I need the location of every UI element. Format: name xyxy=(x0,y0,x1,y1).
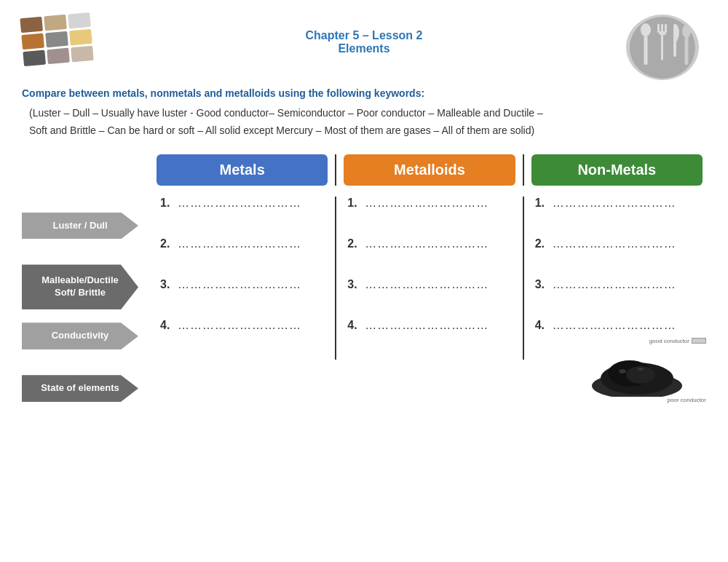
metalloids-row-1: 1. ………………………… xyxy=(347,197,511,210)
svg-rect-3 xyxy=(657,24,660,33)
metals-row-2: 2. ………………………… xyxy=(160,237,324,250)
arrows-column: Luster / Dull Malleable/DuctileSoft/ Bri… xyxy=(22,213,138,427)
metalloids-dots-1: ………………………… xyxy=(365,197,488,210)
nonmetals-num-4: 4. xyxy=(535,319,550,332)
nonmetals-items: 1. ………………………… 2. ………………………… 3. ………………………… xyxy=(528,197,706,360)
arrow-luster-shape: Luster / Dull xyxy=(22,213,138,240)
coal-mound xyxy=(590,353,684,400)
chapter-line: Chapter 5 – Lesson 2 xyxy=(109,29,619,42)
header-metalloids: Metalloids xyxy=(344,154,515,186)
keywords-block: (Luster – Dull – Usually have luster - G… xyxy=(22,105,706,140)
arrow-conductivity: Conductivity xyxy=(22,322,138,349)
arrow-state-shape: State of elements xyxy=(22,375,138,402)
metalloids-row-4: 4. ………………………… xyxy=(347,319,511,332)
svg-point-9 xyxy=(682,25,691,38)
metals-num-1: 1. xyxy=(160,197,175,210)
nonmetals-row-1: 1. ………………………… xyxy=(535,197,699,210)
svg-rect-2 xyxy=(644,36,648,65)
nonmetals-num-1: 1. xyxy=(535,197,550,210)
arrow-malleable: Malleable/DuctileSoft/ Brittle xyxy=(22,264,138,309)
nonmetals-dots-2: ………………………… xyxy=(553,237,676,250)
svg-rect-10 xyxy=(685,37,689,65)
nonmetals-dots-4: ………………………… xyxy=(553,319,676,332)
rows-container: 1. ………………………… 2. ………………………… 3. ………………………… xyxy=(153,197,706,360)
metalloids-dots-2: ………………………… xyxy=(365,237,488,250)
metals-num-3: 3. xyxy=(160,278,175,291)
logo-image xyxy=(22,15,109,80)
col-divider-1 xyxy=(335,197,336,360)
metalloids-num-1: 1. xyxy=(347,197,362,210)
arrow-malleable-shape: Malleable/DuctileSoft/ Brittle xyxy=(22,264,138,309)
instruction-text: Compare between metals, nonmetals and me… xyxy=(22,87,706,99)
metalloids-items: 1. ………………………… 2. ………………………… 3. ………………………… xyxy=(340,197,518,360)
cutlery-image xyxy=(619,15,706,80)
metals-items: 1. ………………………… 2. ………………………… 3. ………………………… xyxy=(153,197,331,360)
header-nonmetals: Non-Metals xyxy=(531,154,703,186)
arrow-state: State of elements xyxy=(22,375,138,402)
arrow-luster: Luster / Dull xyxy=(22,213,138,240)
svg-point-1 xyxy=(641,23,651,36)
metalloids-num-2: 2. xyxy=(347,237,362,250)
svg-rect-7 xyxy=(661,34,663,60)
metals-dots-3: ………………………… xyxy=(178,278,301,291)
metalloids-row-2: 2. ………………………… xyxy=(347,237,511,250)
cutlery-svg xyxy=(630,17,695,79)
nonmetals-row-3: 3. ………………………… xyxy=(535,278,699,291)
nonmetals-num-3: 3. xyxy=(535,278,550,291)
table-area: Metals Metalloids Non-Metals 1. ……………………… xyxy=(146,154,706,360)
nonmetals-dots-1: ………………………… xyxy=(553,197,676,210)
metalloids-num-3: 3. xyxy=(347,278,362,291)
svg-point-15 xyxy=(619,369,626,373)
metals-num-4: 4. xyxy=(160,319,175,332)
arrow-conductivity-shape: Conductivity xyxy=(22,322,138,349)
main-content: Luster / Dull Malleable/DuctileSoft/ Bri… xyxy=(22,154,706,427)
metalloids-row-3: 3. ………………………… xyxy=(347,278,511,291)
metalloids-dots-4: ………………………… xyxy=(365,319,488,332)
nonmetals-dots-3: ………………………… xyxy=(553,278,676,291)
divider-1 xyxy=(335,154,336,186)
metals-dots-1: ………………………… xyxy=(178,197,301,210)
metals-dots-4: ………………………… xyxy=(178,319,301,332)
header-metals: Metals xyxy=(157,154,328,186)
lesson-title: Elements xyxy=(109,42,619,55)
keywords-line1: (Luster – Dull – Usually have luster - G… xyxy=(29,107,543,119)
svg-point-16 xyxy=(638,368,644,371)
nonmetals-row-4: 4. ………………………… xyxy=(535,319,699,332)
metals-row-1: 1. ………………………… xyxy=(160,197,324,210)
keywords-line2: Soft and Brittle – Can be hard or soft –… xyxy=(29,124,534,136)
header: Chapter 5 – Lesson 2 Elements xyxy=(22,15,706,80)
good-conductor-label: good conductor xyxy=(649,338,706,344)
nonmetals-row-2: 2. ………………………… xyxy=(535,237,699,250)
column-headers: Metals Metalloids Non-Metals xyxy=(153,154,706,186)
metals-dots-2: ………………………… xyxy=(178,237,301,250)
poor-conductor-label: poor conductor xyxy=(668,397,706,403)
col-divider-2 xyxy=(523,197,524,360)
metals-row-3: 3. ………………………… xyxy=(160,278,324,291)
divider-2 xyxy=(523,154,524,186)
svg-rect-8 xyxy=(673,24,676,57)
metalloids-num-4: 4. xyxy=(347,319,362,332)
header-title: Chapter 5 – Lesson 2 Elements xyxy=(109,15,619,55)
metalloids-dots-3: ………………………… xyxy=(365,278,488,291)
nonmetals-num-2: 2. xyxy=(535,237,550,250)
metals-row-4: 4. ………………………… xyxy=(160,319,324,332)
page: Chapter 5 – Lesson 2 Elements xyxy=(0,0,728,562)
coal-image-container: good conductor xyxy=(590,338,706,403)
metals-num-2: 2. xyxy=(160,237,175,250)
